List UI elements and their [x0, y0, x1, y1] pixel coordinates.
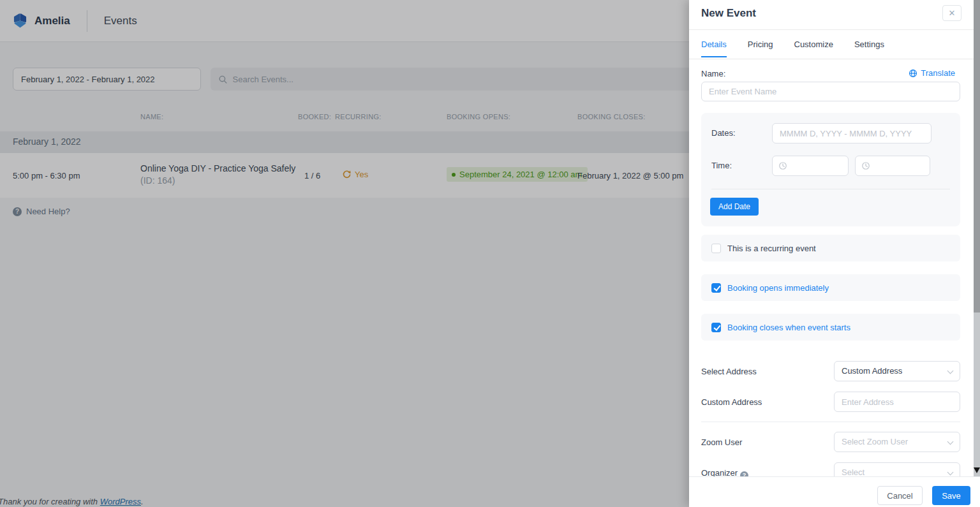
translate-label: Translate — [921, 68, 955, 78]
select-address-value: Custom Address — [842, 366, 902, 376]
dates-range-input[interactable] — [772, 123, 932, 143]
booking-closes-option[interactable]: Booking closes when event starts — [701, 314, 960, 341]
cancel-button[interactable]: Cancel — [877, 486, 923, 505]
tabs-divider — [689, 59, 980, 59]
scrollbar-down-arrow-icon[interactable] — [974, 467, 980, 473]
custom-address-label: Custom Address — [701, 397, 762, 407]
drawer-title: New Event — [701, 7, 756, 20]
dates-card-divider — [711, 189, 950, 189]
booking-closes-label: Booking closes when event starts — [727, 323, 850, 332]
recurring-checkbox[interactable] — [711, 244, 721, 253]
booking-closes-checkbox[interactable] — [711, 323, 721, 332]
clock-icon — [778, 161, 787, 170]
recurring-option-label: This is a recurring event — [727, 244, 816, 253]
zoom-user-placeholder: Select Zoom User — [842, 437, 908, 446]
scrollbar-thumb[interactable] — [974, 0, 980, 312]
translate-link[interactable]: Translate — [909, 68, 955, 78]
booking-opens-checkbox[interactable] — [711, 283, 721, 293]
dates-label: Dates: — [711, 128, 736, 138]
new-event-drawer: New Event ✕ Details Pricing Customize Se… — [689, 0, 980, 507]
tab-settings[interactable]: Settings — [854, 40, 884, 57]
drawer-footer: Cancel Save — [689, 476, 980, 507]
custom-address-input[interactable] — [834, 392, 960, 412]
save-button[interactable]: Save — [932, 486, 970, 505]
drawer-tabs: Details Pricing Customize Settings — [701, 40, 884, 57]
drawer-header-divider — [689, 29, 980, 30]
chevron-down-icon — [947, 469, 954, 476]
name-label: Name: — [701, 69, 725, 78]
tab-details[interactable]: Details — [701, 40, 727, 57]
close-icon[interactable]: ✕ — [942, 5, 961, 21]
organizer-placeholder: Select — [842, 467, 865, 477]
tab-customize[interactable]: Customize — [794, 40, 833, 57]
address-section-divider — [701, 422, 960, 422]
select-address-label: Select Address — [701, 367, 757, 376]
tab-pricing[interactable]: Pricing — [748, 40, 773, 57]
booking-opens-label: Booking opens immediately — [727, 283, 829, 293]
event-name-input[interactable] — [701, 82, 960, 101]
booking-opens-option[interactable]: Booking opens immediately — [701, 274, 960, 301]
drawer-scrollbar[interactable] — [974, 0, 980, 476]
chevron-down-icon — [947, 439, 954, 445]
clock-icon — [861, 161, 870, 170]
globe-icon — [909, 69, 917, 78]
zoom-user-dropdown[interactable]: Select Zoom User — [834, 432, 960, 452]
chevron-down-icon — [947, 368, 954, 374]
time-label: Time: — [711, 161, 732, 170]
zoom-user-label: Zoom User — [701, 437, 742, 447]
recurring-event-option[interactable]: This is a recurring event — [701, 235, 960, 261]
screen: Amelia Events NAME: BOOKED: RECURRING: B… — [0, 0, 980, 507]
select-address-dropdown[interactable]: Custom Address — [834, 361, 960, 381]
add-date-button[interactable]: Add Date — [710, 198, 759, 216]
